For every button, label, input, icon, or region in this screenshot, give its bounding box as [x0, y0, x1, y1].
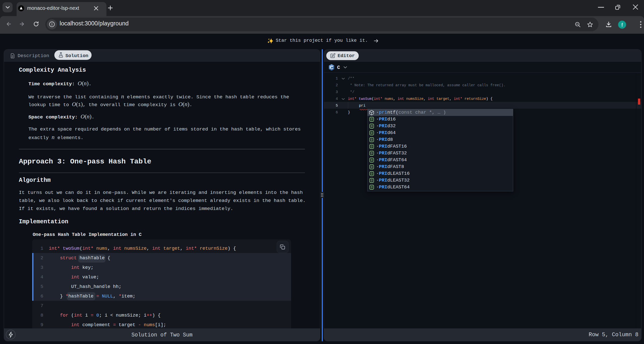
svg-text:C: C [330, 65, 333, 70]
